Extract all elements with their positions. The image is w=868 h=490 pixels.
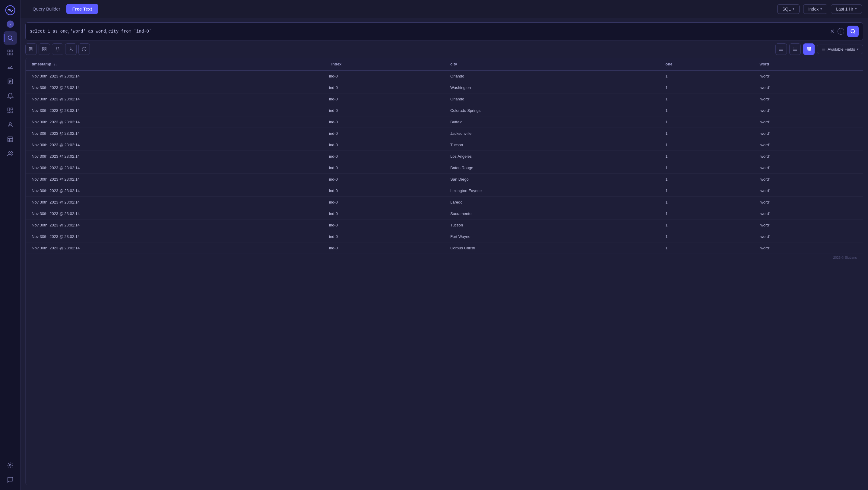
- cell-city: San Diego: [444, 174, 659, 185]
- results-table: timestamp ↑↓ _index city one word: [26, 58, 863, 254]
- sort-icon: ↑↓: [54, 62, 57, 66]
- cell-city: Baton Rouge: [444, 162, 659, 174]
- sidebar-item-alert[interactable]: [4, 89, 17, 102]
- query-section: ✕ i: [21, 18, 868, 40]
- table-row: Nov 30th, 2023 @ 23:02:14ind-0Lexington-…: [26, 185, 863, 196]
- table-header-row: timestamp ↑↓ _index city one word: [26, 58, 863, 70]
- query-input[interactable]: [30, 29, 827, 34]
- col-timestamp[interactable]: timestamp ↑↓: [26, 58, 323, 70]
- col-word[interactable]: word: [754, 58, 863, 70]
- cell-timestamp: Nov 30th, 2023 @ 23:02:14: [26, 174, 323, 185]
- cell-city: Jacksonville: [444, 128, 659, 139]
- download-button[interactable]: [65, 43, 76, 55]
- query-run-button[interactable]: [847, 26, 859, 37]
- cell-one: 1: [659, 93, 754, 105]
- cell-one: 1: [659, 105, 754, 116]
- table-row: Nov 30th, 2023 @ 23:02:14ind-0Tucson1'wo…: [26, 139, 863, 151]
- cell-word: 'word': [754, 196, 863, 208]
- sidebar-item-chart[interactable]: [4, 60, 17, 73]
- sidebar: ›: [0, 0, 21, 490]
- table-view-button[interactable]: [803, 43, 815, 55]
- table-row: Nov 30th, 2023 @ 23:02:14ind-0Washington…: [26, 82, 863, 93]
- index-chevron-icon: ▾: [820, 7, 822, 11]
- cell-one: 1: [659, 208, 754, 219]
- cell-_index: ind-0: [323, 219, 444, 231]
- tab-free-text[interactable]: Free Text: [66, 4, 98, 14]
- svg-rect-40: [807, 47, 811, 51]
- cell-city: Tucson: [444, 139, 659, 151]
- sidebar-item-search[interactable]: [4, 31, 17, 44]
- cell-one: 1: [659, 185, 754, 196]
- svg-rect-26: [44, 47, 46, 49]
- svg-point-22: [8, 152, 10, 153]
- info-button[interactable]: [79, 43, 90, 55]
- sql-button[interactable]: SQL ▾: [777, 4, 800, 14]
- table-row: Nov 30th, 2023 @ 23:02:14ind-0Buffalo1'w…: [26, 116, 863, 128]
- svg-rect-15: [10, 111, 12, 113]
- app-logo[interactable]: [4, 4, 17, 17]
- bar-view-button[interactable]: [789, 43, 801, 55]
- col-city[interactable]: city: [444, 58, 659, 70]
- cell-timestamp: Nov 30th, 2023 @ 23:02:14: [26, 93, 323, 105]
- cell-city: Sacramento: [444, 208, 659, 219]
- list-view-button[interactable]: [775, 43, 787, 55]
- col-one[interactable]: one: [659, 58, 754, 70]
- cell-timestamp: Nov 30th, 2023 @ 23:02:14: [26, 185, 323, 196]
- save-button[interactable]: [25, 43, 37, 55]
- cell-city: Corpus Christi: [444, 242, 659, 254]
- sidebar-item-user[interactable]: [4, 118, 17, 131]
- cell-one: 1: [659, 219, 754, 231]
- time-chevron-icon: ▾: [855, 7, 857, 11]
- cell-_index: ind-0: [323, 185, 444, 196]
- cell-word: 'word': [754, 151, 863, 162]
- table-row: Nov 30th, 2023 @ 23:02:14ind-0Orlando1'w…: [26, 93, 863, 105]
- footer-copyright: 2023 © SigLens: [26, 254, 863, 261]
- cell-word: 'word': [754, 174, 863, 185]
- table-body: Nov 30th, 2023 @ 23:02:14ind-0Orlando1'w…: [26, 70, 863, 254]
- sidebar-item-chat[interactable]: [4, 473, 17, 486]
- available-fields-button[interactable]: Available Fields ▾: [817, 44, 863, 54]
- toolbar-right: Available Fields ▾: [775, 43, 863, 55]
- sidebar-item-table[interactable]: [4, 133, 17, 146]
- cell-_index: ind-0: [323, 82, 444, 93]
- cell-word: 'word': [754, 231, 863, 242]
- cell-word: 'word': [754, 128, 863, 139]
- table-row: Nov 30th, 2023 @ 23:02:14ind-0Colorado S…: [26, 105, 863, 116]
- sidebar-item-dashboard[interactable]: [4, 104, 17, 117]
- cell-city: Lexington-Fayette: [444, 185, 659, 196]
- svg-rect-6: [7, 53, 9, 55]
- cell-timestamp: Nov 30th, 2023 @ 23:02:14: [26, 105, 323, 116]
- cell-word: 'word': [754, 242, 863, 254]
- cell-timestamp: Nov 30th, 2023 @ 23:02:14: [26, 208, 323, 219]
- sidebar-item-grid[interactable]: [4, 46, 17, 59]
- sidebar-item-report[interactable]: [4, 75, 17, 88]
- svg-rect-16: [7, 112, 9, 113]
- sidebar-item-people[interactable]: [4, 147, 17, 160]
- cell-_index: ind-0: [323, 116, 444, 128]
- sidebar-toggle[interactable]: ›: [7, 21, 14, 28]
- toolbar: Available Fields ▾: [21, 40, 868, 58]
- sidebar-item-settings[interactable]: [4, 459, 17, 472]
- cell-timestamp: Nov 30th, 2023 @ 23:02:14: [26, 219, 323, 231]
- tab-group: Query Builder Free Text: [27, 4, 98, 14]
- cell-word: 'word': [754, 219, 863, 231]
- cell-city: Washington: [444, 82, 659, 93]
- col-index[interactable]: _index: [323, 58, 444, 70]
- cell-word: 'word': [754, 208, 863, 219]
- cell-_index: ind-0: [323, 208, 444, 219]
- grid-view-button[interactable]: [39, 43, 50, 55]
- alert-button[interactable]: [52, 43, 63, 55]
- index-button[interactable]: Index ▾: [803, 4, 827, 14]
- cell-word: 'word': [754, 105, 863, 116]
- cell-city: Tucson: [444, 219, 659, 231]
- cell-_index: ind-0: [323, 151, 444, 162]
- table-row: Nov 30th, 2023 @ 23:02:14ind-0Baton Roug…: [26, 162, 863, 174]
- tab-query-builder[interactable]: Query Builder: [27, 4, 66, 14]
- cell-city: Fort Wayne: [444, 231, 659, 242]
- query-clear-icon[interactable]: ✕: [830, 29, 835, 34]
- query-info-icon[interactable]: i: [838, 28, 844, 35]
- time-button[interactable]: Last 1 Hr ▾: [831, 4, 862, 14]
- cell-one: 1: [659, 70, 754, 82]
- svg-line-3: [11, 39, 13, 41]
- topbar-controls: SQL ▾ Index ▾ Last 1 Hr ▾: [777, 4, 862, 14]
